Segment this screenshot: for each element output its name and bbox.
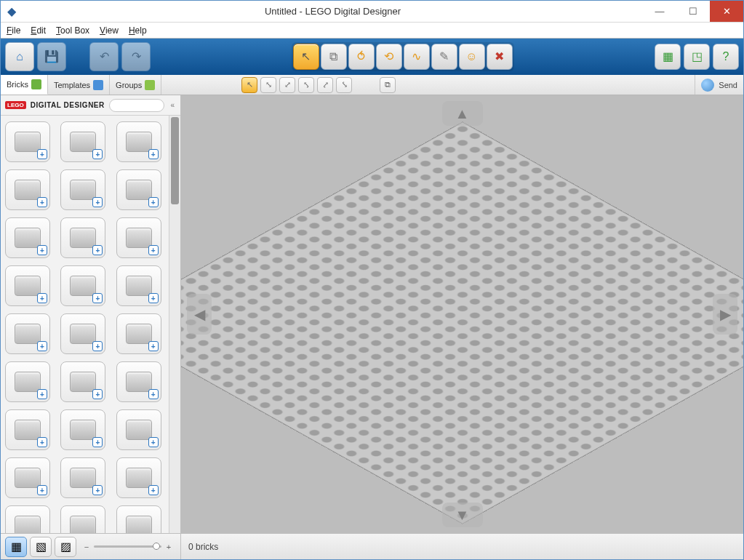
brick-category-cell[interactable]: + bbox=[60, 121, 105, 162]
camera-down-button[interactable]: ▼ bbox=[442, 503, 483, 527]
scrollbar-thumb[interactable] bbox=[171, 117, 179, 204]
expand-category-icon[interactable]: + bbox=[148, 437, 159, 447]
tab-bricks[interactable]: Bricks bbox=[1, 75, 48, 95]
brick-category-cell[interactable]: + bbox=[60, 169, 105, 210]
brick-palette[interactable]: +++++++++++++++++++++++++++ bbox=[1, 116, 169, 533]
close-button[interactable]: ✕ bbox=[710, 1, 743, 22]
expand-category-icon[interactable]: + bbox=[92, 389, 103, 399]
menu-file[interactable]: File bbox=[7, 25, 20, 36]
brick-category-cell[interactable]: + bbox=[116, 121, 161, 162]
expand-category-icon[interactable]: + bbox=[37, 485, 47, 495]
clone-tool[interactable]: ⧉ bbox=[321, 44, 347, 70]
select-mode-3[interactable]: ⤢ bbox=[279, 77, 295, 93]
send-label[interactable]: Send bbox=[719, 81, 737, 89]
expand-category-icon[interactable]: + bbox=[148, 245, 159, 255]
select-mode-2[interactable]: ⤡ bbox=[260, 77, 276, 93]
tab-templates[interactable]: Templates bbox=[48, 75, 110, 95]
expand-category-icon[interactable]: + bbox=[37, 245, 47, 255]
home-button[interactable]: ⌂ bbox=[5, 42, 34, 71]
redo-button[interactable]: ↷ bbox=[121, 42, 151, 71]
menu-help[interactable]: Help bbox=[129, 25, 147, 36]
menu-toolbox[interactable]: Tool Box bbox=[56, 25, 89, 36]
zoom-out-icon[interactable]: − bbox=[82, 543, 91, 551]
brick-category-cell[interactable]: + bbox=[116, 457, 161, 498]
expand-category-icon[interactable]: + bbox=[148, 197, 159, 207]
select-mode-4[interactable]: ⤣ bbox=[298, 77, 314, 93]
expand-category-icon[interactable]: + bbox=[148, 149, 159, 159]
brick-category-cell[interactable]: + bbox=[5, 169, 50, 210]
camera-left-button[interactable]: ◀ bbox=[187, 294, 212, 335]
expand-category-icon[interactable]: + bbox=[92, 293, 103, 303]
expand-category-icon[interactable]: + bbox=[92, 149, 103, 159]
palette-view-3[interactable]: ▨ bbox=[55, 537, 76, 557]
palette-view-2[interactable]: ▧ bbox=[30, 537, 52, 557]
expand-category-icon[interactable]: + bbox=[92, 485, 103, 495]
brick-category-cell[interactable]: + bbox=[116, 505, 161, 533]
hinge-align-tool[interactable]: ⟲ bbox=[376, 44, 402, 70]
brick-category-cell[interactable]: + bbox=[116, 361, 161, 402]
hinge-tool[interactable]: ⥀ bbox=[348, 44, 375, 70]
brick-category-cell[interactable]: + bbox=[5, 409, 50, 450]
paint-tool[interactable]: ✎ bbox=[431, 44, 457, 70]
brick-category-cell[interactable]: + bbox=[60, 505, 105, 533]
baseplate[interactable] bbox=[181, 121, 743, 524]
brick-category-cell[interactable]: + bbox=[116, 217, 161, 258]
tab-groups[interactable]: Groups bbox=[110, 75, 161, 95]
brick-category-cell[interactable]: + bbox=[5, 313, 50, 354]
brick-category-cell[interactable]: + bbox=[5, 505, 50, 533]
save-button[interactable]: 💾 bbox=[37, 42, 66, 71]
brick-category-cell[interactable]: + bbox=[116, 169, 161, 210]
expand-category-icon[interactable]: + bbox=[92, 437, 103, 447]
brick-category-cell[interactable]: + bbox=[60, 457, 105, 498]
expand-category-icon[interactable]: + bbox=[37, 293, 47, 303]
select-mode-5[interactable]: ⤤ bbox=[317, 77, 333, 93]
expand-category-icon[interactable]: + bbox=[37, 389, 47, 399]
brick-category-cell[interactable]: + bbox=[5, 217, 50, 258]
camera-right-button[interactable]: ▶ bbox=[713, 294, 737, 335]
brick-category-cell[interactable]: + bbox=[5, 457, 50, 498]
screenshot-button[interactable]: ⧉ bbox=[380, 77, 396, 93]
expand-category-icon[interactable]: + bbox=[148, 389, 159, 399]
expand-category-icon[interactable]: + bbox=[92, 197, 103, 207]
menu-view[interactable]: View bbox=[100, 25, 119, 36]
brick-category-cell[interactable]: + bbox=[60, 265, 105, 306]
expand-category-icon[interactable]: + bbox=[37, 149, 47, 159]
mode-build[interactable]: ▦ bbox=[655, 44, 681, 70]
brick-category-cell[interactable]: + bbox=[60, 361, 105, 402]
hide-tool[interactable]: ☺ bbox=[459, 44, 485, 70]
collapse-sidebar-button[interactable]: « bbox=[169, 101, 176, 109]
brick-category-cell[interactable]: + bbox=[5, 265, 50, 306]
search-input[interactable] bbox=[109, 99, 165, 112]
undo-button[interactable]: ↶ bbox=[89, 42, 119, 71]
viewport-3d[interactable]: ▲ ▼ ◀ ▶ bbox=[181, 95, 743, 533]
camera-up-button[interactable]: ▲ bbox=[442, 101, 483, 126]
expand-category-icon[interactable]: + bbox=[37, 197, 47, 207]
brick-category-cell[interactable]: + bbox=[5, 361, 50, 402]
expand-category-icon[interactable]: + bbox=[148, 485, 159, 495]
expand-category-icon[interactable]: + bbox=[148, 341, 159, 351]
brick-category-cell[interactable]: + bbox=[116, 265, 161, 306]
mode-guide[interactable]: ? bbox=[713, 44, 739, 70]
expand-category-icon[interactable]: + bbox=[37, 437, 47, 447]
maximize-button[interactable]: ☐ bbox=[676, 1, 710, 22]
minimize-button[interactable]: — bbox=[643, 1, 676, 22]
expand-category-icon[interactable]: + bbox=[92, 245, 103, 255]
brick-category-cell[interactable]: + bbox=[116, 409, 161, 450]
slider-track[interactable] bbox=[94, 545, 161, 548]
select-tool[interactable]: ↖ bbox=[293, 44, 319, 70]
flex-tool[interactable]: ∿ bbox=[404, 44, 430, 70]
palette-scrollbar[interactable] bbox=[169, 116, 180, 533]
zoom-slider[interactable]: − + bbox=[79, 543, 176, 551]
zoom-in-icon[interactable]: + bbox=[164, 543, 173, 551]
brick-category-cell[interactable]: + bbox=[60, 409, 105, 450]
slider-thumb[interactable] bbox=[153, 543, 160, 550]
brick-category-cell[interactable]: + bbox=[116, 313, 161, 354]
select-mode-6[interactable]: ⤥ bbox=[336, 77, 352, 93]
menu-edit[interactable]: Edit bbox=[31, 25, 46, 36]
palette-view-1[interactable]: ▦ bbox=[5, 537, 27, 557]
delete-tool[interactable]: ✖ bbox=[487, 44, 513, 70]
brick-category-cell[interactable]: + bbox=[60, 217, 105, 258]
expand-category-icon[interactable]: + bbox=[92, 341, 103, 351]
brick-category-cell[interactable]: + bbox=[60, 313, 105, 354]
brick-category-cell[interactable]: + bbox=[5, 121, 50, 162]
